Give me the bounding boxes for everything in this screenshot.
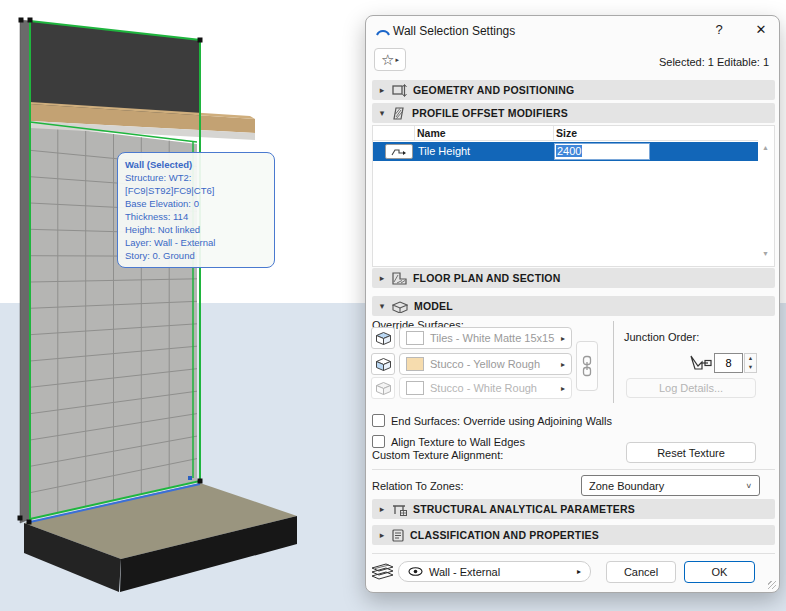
cancel-button[interactable]: Cancel <box>606 561 676 583</box>
eye-icon <box>408 567 423 576</box>
surface-swatch <box>406 381 424 395</box>
layers-icon[interactable] <box>371 562 395 580</box>
wall-end-face <box>20 20 30 523</box>
section-profile-label: PROFILE OFFSET MODIFIERS <box>412 107 568 119</box>
flyout-arrow-icon: ▸ <box>561 334 565 343</box>
modifier-name-cell: Tile Height <box>418 145 470 157</box>
tooltip-base-elevation: Base Elevation: 0 <box>125 197 267 210</box>
surface-name: Stucco - Yellow Rough <box>430 358 540 370</box>
flyout-arrow-icon: ▸ <box>561 384 565 393</box>
tooltip-layer: Layer: Wall - External <box>125 236 267 249</box>
relation-value: Zone Boundary <box>589 480 664 492</box>
3d-viewport[interactable]: Wall (Selected) Structure: WT2:[FC9|ST92… <box>0 0 365 611</box>
checkbox-icon[interactable] <box>372 435 385 448</box>
floor-plan-icon <box>392 272 407 285</box>
custom-texture-label: Custom Texture Alignment: <box>372 449 503 461</box>
section-classification-label: CLASSIFICATION AND PROPERTIES <box>410 529 599 541</box>
tooltip-height: Height: Not linked <box>125 223 267 236</box>
junction-order-input[interactable] <box>714 353 743 373</box>
star-icon: ☆ <box>381 52 394 67</box>
scroll-down-icon[interactable]: ▼ <box>760 250 771 257</box>
modifier-icon <box>385 144 413 159</box>
wall-3d-model <box>0 0 365 611</box>
layer-value: Wall - External <box>429 566 500 578</box>
end-surfaces-checkbox-row[interactable]: End Surfaces: Override using Adjoining W… <box>372 414 612 427</box>
dialog-title: Wall Selection Settings <box>393 24 515 38</box>
section-floorplan-label: FLOOR PLAN AND SECTION <box>413 272 561 284</box>
surface-swatch <box>406 357 424 371</box>
junction-order-icon <box>688 354 712 374</box>
favorites-button[interactable]: ☆ ▸ <box>374 48 406 71</box>
surface-name: Stucco - White Rough <box>430 382 537 394</box>
chevron-right-icon: ▸ <box>378 504 386 514</box>
relation-to-zones-select[interactable]: Zone Boundary ∨ <box>581 475 760 496</box>
column-header-name[interactable]: Name <box>417 127 446 139</box>
spin-up-icon[interactable]: ▲ <box>745 354 756 363</box>
tooltip-thickness: Thickness: 114 <box>125 210 267 223</box>
chevron-down-icon: ▾ <box>378 301 386 311</box>
profile-offset-icon <box>392 107 406 120</box>
tooltip-structure: Structure: WT2:[FC9|ST92]FC9|CT6] <box>125 171 267 197</box>
surface-name: Tiles - White Matte 15x15 <box>430 332 554 344</box>
column-header-size[interactable]: Size <box>556 127 577 139</box>
checkbox-icon[interactable] <box>372 414 385 427</box>
divider <box>613 321 614 403</box>
surface-cube-top-button[interactable] <box>371 327 395 349</box>
close-button[interactable]: ✕ <box>742 16 780 44</box>
tooltip-story: Story: 0. Ground <box>125 249 267 262</box>
dialog-titlebar[interactable]: Wall Selection Settings ? ✕ <box>366 16 779 44</box>
surface-dropdown-stucco-white[interactable]: Stucco - White Rough ▸ <box>399 377 572 399</box>
section-model[interactable]: ▾ MODEL <box>372 296 775 316</box>
surface-cube-side-button[interactable] <box>371 353 395 375</box>
log-details-button[interactable]: Log Details... <box>626 378 756 398</box>
table-header: Name Size <box>373 126 758 141</box>
surface-cube-other-button[interactable] <box>371 377 395 399</box>
end-surfaces-label: End Surfaces: Override using Adjoining W… <box>391 415 612 427</box>
divider <box>372 553 775 554</box>
spin-down-icon[interactable]: ▼ <box>745 363 756 372</box>
surface-dropdown-tiles[interactable]: Tiles - White Matte 15x15 ▸ <box>399 327 572 349</box>
section-model-label: MODEL <box>414 300 453 312</box>
cube-side-icon <box>375 357 392 372</box>
reference-handle[interactable] <box>188 476 192 480</box>
cube-disabled-icon <box>375 381 392 396</box>
link-surfaces-button[interactable] <box>576 341 598 391</box>
scroll-up-icon[interactable]: ▲ <box>760 144 771 151</box>
surface-swatch <box>406 331 424 345</box>
cube-top-icon <box>375 331 392 346</box>
section-profile-offset-modifiers[interactable]: ▾ PROFILE OFFSET MODIFIERS <box>372 103 775 123</box>
section-geometry-label: GEOMETRY AND POSITIONING <box>413 84 574 96</box>
help-button[interactable]: ? <box>700 16 738 44</box>
modifier-size-input[interactable]: 2400 <box>554 143 650 160</box>
wall-selection-settings-dialog: Wall Selection Settings ? ✕ ☆ ▸ Selected… <box>365 15 780 593</box>
junction-order-stepper[interactable]: ▲ ▼ <box>744 353 757 373</box>
junction-order-label: Junction Order: <box>624 331 699 343</box>
section-floor-plan[interactable]: ▸ FLOOR PLAN AND SECTION <box>372 268 775 288</box>
chevron-right-icon: ▸ <box>378 530 386 540</box>
geometry-positioning-icon <box>392 84 407 97</box>
wall-tool-icon <box>375 23 391 37</box>
reset-texture-button[interactable]: Reset Texture <box>626 442 756 463</box>
section-structural-analytical[interactable]: ▸ STRUCTURAL ANALYTICAL PARAMETERS <box>372 499 775 519</box>
align-texture-checkbox-row[interactable]: Align Texture to Wall Edges <box>372 435 525 448</box>
flyout-arrow-icon: ▸ <box>577 567 581 576</box>
section-classification[interactable]: ▸ CLASSIFICATION AND PROPERTIES <box>372 525 775 545</box>
model-icon <box>392 300 408 313</box>
chevron-down-icon: ∨ <box>745 482 752 490</box>
chevron-down-icon: ▾ <box>378 108 386 118</box>
selection-status: Selected: 1 Editable: 1 <box>659 56 769 68</box>
resize-grip[interactable] <box>768 581 776 589</box>
favorites-arrow-icon: ▸ <box>395 56 399 64</box>
table-row[interactable]: Tile Height 2400 <box>373 142 758 161</box>
ok-button[interactable]: OK <box>684 561 755 583</box>
chevron-right-icon: ▸ <box>378 85 386 95</box>
tooltip-title: Wall (Selected) <box>125 158 267 171</box>
surface-dropdown-stucco-yellow[interactable]: Stucco - Yellow Rough ▸ <box>399 353 572 375</box>
align-texture-label: Align Texture to Wall Edges <box>391 436 525 448</box>
section-geometry-positioning[interactable]: ▸ GEOMETRY AND POSITIONING <box>372 80 775 100</box>
layer-select[interactable]: Wall - External ▸ <box>398 561 591 582</box>
chevron-right-icon: ▸ <box>378 273 386 283</box>
info-tooltip: Wall (Selected) Structure: WT2:[FC9|ST92… <box>117 152 275 268</box>
wall-top-band <box>30 21 200 116</box>
divider <box>372 469 775 470</box>
